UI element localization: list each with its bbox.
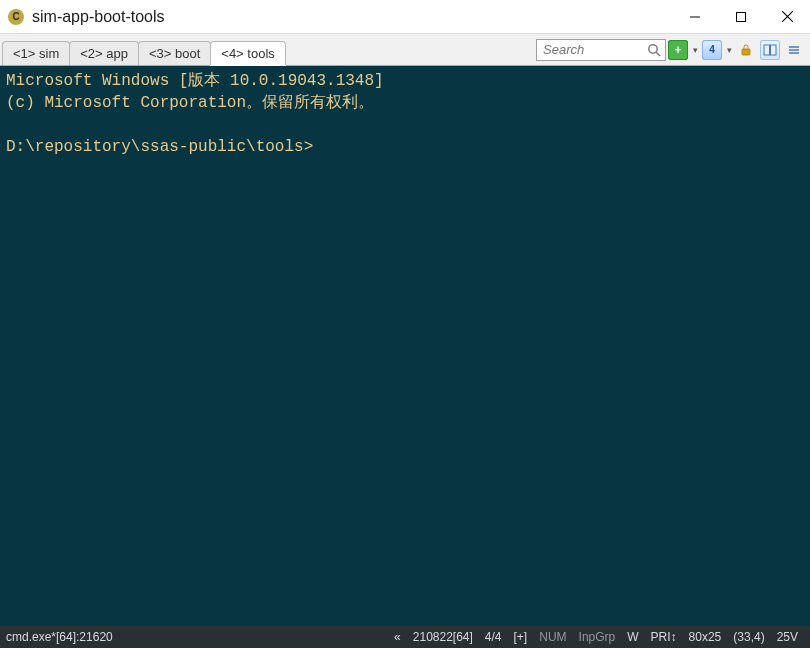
svg-rect-4 — [771, 45, 777, 55]
window-controls — [672, 0, 810, 33]
status-num: NUM — [539, 630, 566, 644]
status-size: 80x25 — [689, 630, 722, 644]
tab-4-tools[interactable]: <4> tools — [210, 41, 286, 65]
status-volt: 25V — [777, 630, 798, 644]
split-panes-icon[interactable] — [760, 40, 780, 60]
toolbar: <1> sim <2> app <3> boot <4> tools + ▾ 4… — [0, 34, 810, 66]
terminal[interactable]: Microsoft Windows [版本 10.0.19043.1348] (… — [0, 66, 810, 626]
tab-3-boot[interactable]: <3> boot — [138, 41, 211, 65]
status-chevrons: « — [394, 630, 401, 644]
status-index: 4/4 — [485, 630, 502, 644]
app-icon: C — [8, 9, 24, 25]
svg-rect-2 — [742, 49, 750, 55]
window-title: sim-app-boot-tools — [32, 8, 165, 26]
status-sync: [+] — [514, 630, 528, 644]
tab-count-button[interactable]: 4 — [702, 40, 722, 60]
search-wrap — [536, 38, 662, 61]
tabs: <1> sim <2> app <3> boot <4> tools — [0, 34, 285, 65]
minimize-button[interactable] — [672, 0, 718, 33]
terminal-line: (c) Microsoft Corporation。保留所有权利。 — [6, 94, 374, 112]
terminal-prompt: D:\repository\ssas-public\tools> — [6, 138, 313, 156]
maximize-button[interactable] — [718, 0, 764, 33]
statusbar: cmd.exe*[64]:21620 « 210822[64] 4/4 [+] … — [0, 626, 810, 648]
new-tab-dropdown[interactable]: ▾ — [690, 39, 700, 61]
tool-icons: + ▾ 4 ▾ — [666, 34, 810, 65]
svg-rect-3 — [764, 45, 770, 55]
tab-count-dropdown[interactable]: ▾ — [724, 39, 734, 61]
new-tab-button[interactable]: + — [668, 40, 688, 60]
tab-2-app[interactable]: <2> app — [69, 41, 139, 65]
search-icon[interactable] — [646, 42, 662, 58]
status-inpgrp: InpGrp — [579, 630, 616, 644]
close-button[interactable] — [764, 0, 810, 33]
titlebar: C sim-app-boot-tools — [0, 0, 810, 34]
terminal-line: Microsoft Windows [版本 10.0.19043.1348] — [6, 72, 384, 90]
menu-icon[interactable] — [784, 40, 804, 60]
status-w: W — [627, 630, 638, 644]
status-build: 210822[64] — [413, 630, 473, 644]
svg-rect-0 — [737, 12, 746, 21]
status-pri: PRI↕ — [651, 630, 677, 644]
svg-point-1 — [649, 44, 657, 52]
status-cursor: (33,4) — [733, 630, 764, 644]
status-process: cmd.exe*[64]:21620 — [6, 630, 113, 644]
tab-1-sim[interactable]: <1> sim — [2, 41, 70, 65]
lock-icon[interactable] — [736, 40, 756, 60]
